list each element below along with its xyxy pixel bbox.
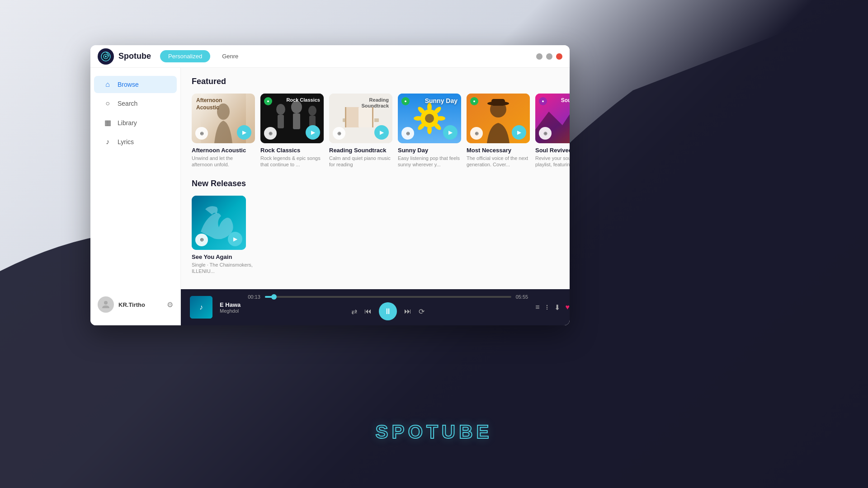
card-soul-desc: Revive your soul with this playlist, fea… xyxy=(535,155,570,168)
progress-track[interactable] xyxy=(265,296,511,298)
card-rock-title: Rock Classics xyxy=(260,147,324,154)
svg-point-11 xyxy=(308,106,316,116)
add-to-library-icon[interactable]: ⊕ xyxy=(195,234,208,246)
add-to-library-icon[interactable]: ⊕ xyxy=(333,127,345,140)
svg-rect-15 xyxy=(345,107,361,127)
card-reading-image: ReadingSoundtrack ⊕ ▶ xyxy=(329,94,392,143)
new-releases-section-title: New Releases xyxy=(192,179,559,188)
play-icon[interactable]: ▶ xyxy=(237,125,251,140)
library-icon: ▦ xyxy=(103,118,112,127)
add-to-library-icon[interactable]: ⊕ xyxy=(264,127,277,140)
card-rock-classics-image: Rock Classics ● ⊕ ▶ xyxy=(260,94,324,143)
card-rock-classics[interactable]: Rock Classics ● ⊕ ▶ Rock Classics Rock l… xyxy=(260,94,324,168)
spotify-icon: ● xyxy=(264,97,272,105)
download-icon[interactable]: ⬇ xyxy=(554,303,560,312)
avatar xyxy=(98,296,114,313)
play-icon[interactable]: ▶ xyxy=(374,125,389,140)
pause-button[interactable]: ⏸ xyxy=(379,302,397,320)
sidebar-item-search-label: Search xyxy=(118,100,137,107)
card-seeyou-image: ⊕ ▶ xyxy=(192,196,246,250)
add-to-library-icon[interactable]: ⊕ xyxy=(470,127,483,140)
player-artist: Meghdol xyxy=(220,308,241,314)
user-name: KR.Tirtho xyxy=(118,301,145,308)
repeat-button[interactable]: ⟳ xyxy=(419,307,425,316)
sidebar-item-browse[interactable]: ⌂ Browse xyxy=(94,76,177,93)
card-soul-title: Soul Revived xyxy=(535,147,570,154)
player-center: 00:13 05:55 ⇄ ⏮ ⏸ ⏭ ⟳ xyxy=(248,294,528,320)
svg-text:♪: ♪ xyxy=(199,303,203,311)
progress-thumb xyxy=(271,294,277,300)
sidebar-item-search[interactable]: ○ Search xyxy=(94,95,177,112)
spotify-icon-sunny: ● xyxy=(401,97,410,105)
featured-cards-grid: Afternoon Acoustic ⊕ ▶ Afternoon Acousti… xyxy=(192,94,559,168)
play-icon[interactable]: ▶ xyxy=(512,125,526,140)
svg-point-28 xyxy=(414,116,423,121)
card-sunny-image: Sunny Day ● ⊕ ▶ xyxy=(398,94,461,143)
prev-button[interactable]: ⏮ xyxy=(364,307,372,315)
player-thumbnail: ♪ xyxy=(190,296,212,319)
settings-icon[interactable]: ⚙ xyxy=(167,300,173,309)
card-sunny-day[interactable]: Sunny Day ● ⊕ ▶ Sunny Day Easy listening… xyxy=(398,94,461,168)
card-afternoon-desc: Unwind and let the afternoon unfold. xyxy=(192,155,255,168)
sidebar-item-library[interactable]: ▦ Library xyxy=(94,114,177,131)
card-seeyou-desc: Single · The Chainsmokers, ILLENIU... xyxy=(192,262,255,275)
svg-point-3 xyxy=(104,301,108,305)
card-soul-revived[interactable]: Soul Revived ● ⊕ ▶ Soul Revived Revive y… xyxy=(535,94,570,168)
card-afternoon-title: Afternoon Acoustic xyxy=(192,147,255,154)
app-window: Spotube Personalized Genre ⌂ Browse ○ Se… xyxy=(90,45,570,325)
player-controls: ⇄ ⏮ ⏸ ⏭ ⟳ xyxy=(351,302,425,320)
sidebar-bottom: KR.Tirtho ⚙ xyxy=(90,291,180,318)
player-total-time: 05:55 xyxy=(516,294,528,300)
card-most-necessary[interactable]: ● ⊕ ▶ Most Necessary The official voice … xyxy=(467,94,530,168)
next-button[interactable]: ⏭ xyxy=(404,307,411,315)
queue-icon[interactable]: ≡ xyxy=(535,303,539,311)
svg-rect-17 xyxy=(359,107,374,127)
spotify-icon-necessary: ● xyxy=(470,97,478,105)
maximize-button[interactable] xyxy=(546,53,552,60)
add-to-library-icon[interactable]: ⊕ xyxy=(401,127,414,140)
card-reading-desc: Calm and quiet piano music for reading xyxy=(329,155,392,168)
card-afternoon-acoustic[interactable]: Afternoon Acoustic ⊕ ▶ Afternoon Acousti… xyxy=(192,94,255,168)
lyrics-icon: ♪ xyxy=(103,138,112,146)
close-button[interactable] xyxy=(556,53,562,60)
svg-rect-18 xyxy=(372,107,373,127)
app-body: ⌂ Browse ○ Search ▦ Library ♪ Lyrics xyxy=(90,68,570,325)
svg-point-21 xyxy=(425,114,434,123)
filter-icon[interactable]: ⫶ xyxy=(545,303,549,311)
window-controls xyxy=(536,53,562,60)
play-icon[interactable]: ▶ xyxy=(443,125,458,140)
card-sunny-desc: Easy listening pop that feels sunny wher… xyxy=(398,155,461,168)
svg-rect-16 xyxy=(345,107,346,127)
spotify-icon-soul: ● xyxy=(539,97,547,105)
tab-personalized[interactable]: Personalized xyxy=(160,50,210,62)
tab-genre[interactable]: Genre xyxy=(214,50,246,62)
add-to-library-icon[interactable]: ⊕ xyxy=(539,127,552,140)
main-content: Featured xyxy=(181,68,570,325)
player-track-info: E Hawa Meghdol xyxy=(220,301,241,314)
shuffle-button[interactable]: ⇄ xyxy=(351,307,357,316)
new-releases-cards-grid: ⊕ ▶ See You Again Single · The Chainsmok… xyxy=(192,196,559,275)
card-see-you-again[interactable]: ⊕ ▶ See You Again Single · The Chainsmok… xyxy=(192,196,255,275)
minimize-button[interactable] xyxy=(536,53,542,60)
card-rock-desc: Rock legends & epic songs that continue … xyxy=(260,155,324,168)
card-reading-soundtrack[interactable]: ReadingSoundtrack ⊕ ▶ Reading Soundtrack… xyxy=(329,94,392,168)
player-progress-bar: 00:13 05:55 xyxy=(248,294,528,300)
heart-icon[interactable]: ♥ xyxy=(566,303,570,311)
card-sunny-title: Sunny Day xyxy=(398,147,461,154)
svg-rect-33 xyxy=(491,99,505,106)
card-soul-image: Soul Revived ● ⊕ ▶ xyxy=(535,94,570,143)
sidebar-item-lyrics[interactable]: ♪ Lyrics xyxy=(94,133,177,150)
card-necessary-desc: The official voice of the next generatio… xyxy=(467,155,530,168)
player-song-title: E Hawa xyxy=(220,301,241,308)
play-icon[interactable]: ▶ xyxy=(306,125,320,140)
add-to-library-icon[interactable]: ⊕ xyxy=(195,127,208,140)
sidebar-item-library-label: Library xyxy=(118,119,137,127)
player-right-controls: ≡ ⫶ ⬇ ♥ ⏱ ⛶ 🔊 xyxy=(535,303,570,312)
app-watermark: SPOTUBE xyxy=(375,421,492,443)
player-bar: ♪ E Hawa Meghdol 00:13 05:55 ⇄ ⏮ ⏸ ⏭ xyxy=(181,289,570,325)
play-icon[interactable]: ▶ xyxy=(228,232,242,246)
title-left: Spotube xyxy=(98,48,151,65)
svg-point-2 xyxy=(105,56,107,57)
svg-point-7 xyxy=(276,104,285,115)
featured-section-title: Featured xyxy=(192,77,559,86)
